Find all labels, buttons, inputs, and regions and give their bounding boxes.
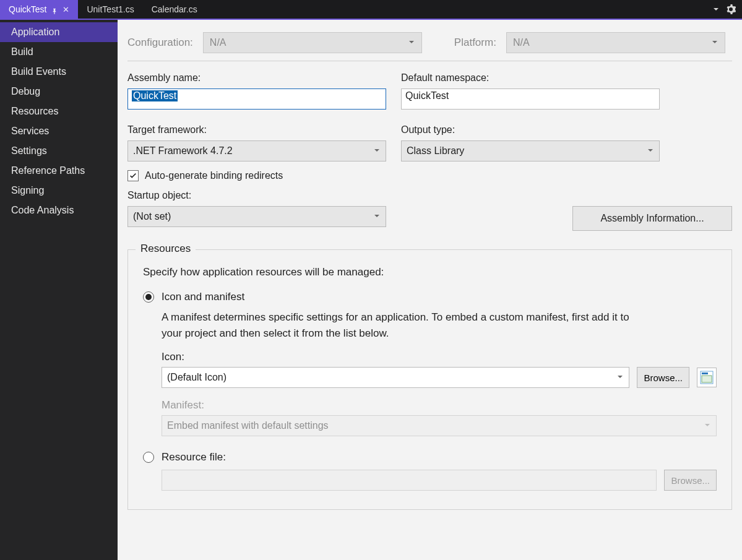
- sidebar-item-build[interactable]: Build: [0, 42, 118, 62]
- content-pane: Configuration: N/A Platform: N/A Assembl…: [118, 20, 742, 560]
- chevron-down-icon: [616, 372, 624, 383]
- tab-bar: QuickTest ✕ UnitTest1.cs Calendar.cs: [0, 0, 742, 20]
- icon-browse-button[interactable]: Browse...: [637, 367, 689, 388]
- sidebar-item-signing[interactable]: Signing: [0, 181, 118, 200]
- resource-file-label: Resource file:: [162, 451, 226, 463]
- resource-file-radio[interactable]: [143, 452, 154, 463]
- tab-quicktest[interactable]: QuickTest ✕: [0, 0, 78, 19]
- assembly-name-input[interactable]: QuickTest: [127, 88, 386, 110]
- chevron-down-icon: [647, 145, 654, 157]
- svg-rect-2: [702, 376, 712, 382]
- output-type-label: Output type:: [401, 124, 660, 136]
- close-icon[interactable]: ✕: [63, 5, 69, 14]
- tab-label: UnitTest1.cs: [87, 4, 134, 14]
- target-framework-select[interactable]: .NET Framework 4.7.2: [127, 140, 386, 162]
- platform-select: N/A: [506, 32, 725, 53]
- auto-generate-checkbox[interactable]: [127, 170, 139, 181]
- manifest-value: Embed manifest with default settings: [167, 420, 329, 431]
- target-framework-value: .NET Framework 4.7.2: [133, 145, 233, 157]
- svg-rect-1: [702, 373, 708, 374]
- output-type-value: Class Library: [407, 145, 464, 157]
- pin-icon[interactable]: [51, 6, 58, 12]
- assembly-name-label: Assembly name:: [127, 72, 386, 84]
- startup-object-value: (Not set): [133, 211, 171, 222]
- sidebar-item-settings[interactable]: Settings: [0, 141, 118, 161]
- startup-object-select[interactable]: (Not set): [127, 206, 386, 227]
- icon-manifest-label: Icon and manifest: [162, 291, 244, 303]
- configuration-select: N/A: [203, 32, 422, 53]
- tab-calendar[interactable]: Calendar.cs: [143, 0, 206, 19]
- tab-unittest1[interactable]: UnitTest1.cs: [78, 0, 142, 19]
- tab-overflow-icon[interactable]: [709, 0, 723, 19]
- icon-manifest-description: A manifest determines specific settings …: [162, 309, 644, 341]
- icon-select[interactable]: (Default Icon): [162, 367, 629, 388]
- chevron-down-icon: [373, 211, 381, 222]
- platform-label: Platform:: [454, 37, 496, 49]
- target-framework-label: Target framework:: [127, 124, 386, 136]
- sidebar-item-reference-paths[interactable]: Reference Paths: [0, 161, 118, 181]
- sidebar-item-debug[interactable]: Debug: [0, 82, 118, 101]
- sidebar-item-services[interactable]: Services: [0, 121, 118, 141]
- chevron-down-icon: [373, 145, 381, 157]
- manifest-label: Manifest:: [162, 399, 717, 411]
- resources-description: Specify how application resources will b…: [143, 266, 717, 278]
- icon-value: (Default Icon): [167, 372, 226, 383]
- resource-file-input: [162, 470, 657, 491]
- resources-legend: Resources: [136, 243, 196, 255]
- chevron-down-icon: [711, 37, 718, 48]
- gear-icon[interactable]: [723, 0, 742, 19]
- chevron-down-icon: [408, 37, 415, 48]
- sidebar-item-resources[interactable]: Resources: [0, 101, 118, 121]
- icon-preview: [697, 368, 717, 387]
- auto-generate-label: Auto-generate binding redirects: [145, 170, 283, 181]
- default-namespace-label: Default namespace:: [401, 72, 660, 84]
- tab-label: Calendar.cs: [152, 4, 197, 14]
- sidebar-item-application[interactable]: Application: [0, 22, 118, 42]
- default-namespace-input[interactable]: QuickTest: [401, 88, 660, 110]
- output-type-select[interactable]: Class Library: [401, 140, 660, 162]
- configuration-value: N/A: [210, 37, 226, 48]
- icon-label: Icon:: [162, 351, 717, 363]
- manifest-select: Embed manifest with default settings: [162, 415, 717, 436]
- resource-file-browse-button: Browse...: [664, 470, 717, 491]
- icon-manifest-radio[interactable]: [143, 291, 154, 303]
- default-namespace-value: QuickTest: [405, 90, 449, 101]
- assembly-name-value: QuickTest: [132, 90, 178, 101]
- assembly-information-button[interactable]: Assembly Information...: [572, 206, 732, 231]
- sidebar-item-build-events[interactable]: Build Events: [0, 62, 118, 82]
- configuration-label: Configuration:: [127, 37, 193, 49]
- platform-value: N/A: [513, 37, 530, 48]
- startup-object-label: Startup object:: [127, 190, 386, 201]
- sidebar-item-code-analysis[interactable]: Code Analysis: [0, 200, 118, 220]
- resources-fieldset: Resources Specify how application resour…: [127, 249, 732, 510]
- chevron-down-icon: [704, 420, 711, 431]
- tab-label: QuickTest: [9, 4, 46, 14]
- properties-sidebar: Application Build Build Events Debug Res…: [0, 20, 118, 560]
